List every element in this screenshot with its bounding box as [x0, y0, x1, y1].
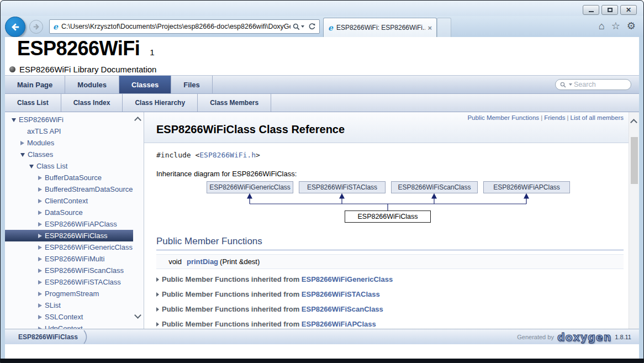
tree-arrow-icon[interactable] [20, 153, 25, 157]
sidebar-item-modules[interactable]: Modules [5, 137, 134, 149]
tree-arrow-icon[interactable] [38, 292, 42, 296]
include-line: #include <ESP8266WiFi.h> [156, 151, 614, 159]
sidebar-item-slist[interactable]: SList [5, 299, 134, 311]
inherited-class-link[interactable]: ESP8266WiFiSTAClass [302, 290, 380, 298]
sidebar-item-esp8266wifimulti[interactable]: ESP8266WiFiMulti [5, 253, 134, 265]
inherited-class-link[interactable]: ESP8266WiFiGenericClass [302, 275, 393, 283]
sidebar-item-axtls-api[interactable]: axTLS API [5, 125, 134, 137]
tree-arrow-icon[interactable] [38, 280, 42, 285]
navpath-item[interactable]: ESP8266WiFiClass [18, 333, 78, 341]
inheritance-parent-box[interactable]: ESP8266WiFiSTAClass [299, 181, 386, 193]
generated-by-label: Generated by [517, 334, 554, 340]
tab-title: ESP8266WiFi: ESP8266WiFi... [336, 24, 425, 31]
tab-classes[interactable]: Classes [119, 76, 171, 93]
favorites-star-icon[interactable]: ☆ [611, 21, 620, 31]
expand-arrow-icon [156, 307, 159, 312]
page-viewport: ESP8266WiFi 1 ESP8266WiFi Library Docume… [5, 37, 639, 359]
browser-tab[interactable]: e ESP8266WiFi: ESP8266WiFi... × [323, 18, 437, 37]
tree-arrow-icon[interactable] [38, 187, 42, 192]
scrollbar-thumb[interactable] [631, 137, 638, 184]
page-title: ESP8266WiFiClass Class Reference [156, 123, 345, 136]
tree-arrow-icon[interactable] [38, 211, 42, 215]
inherited-class-link[interactable]: ESP8266WiFiAPClass [302, 320, 376, 328]
sidebar-item-esp8266wifistaclass[interactable]: ESP8266WiFiSTAClass [5, 276, 134, 288]
content-body: #include <ESP8266WiFi.h> Inheritance dia… [144, 143, 639, 344]
tree-arrow-icon[interactable] [38, 257, 42, 261]
tree-arrow-icon[interactable] [12, 118, 16, 122]
content-vertical-scrollbar[interactable] [629, 112, 639, 344]
inheritance-parent-box[interactable]: ESP8266WiFiAPClass [483, 181, 570, 193]
tab-files[interactable]: Files [171, 76, 213, 93]
subtab-class-hierarchy[interactable]: Class Hierarchy [123, 94, 198, 112]
inherit-header-row[interactable]: Public Member Functions inherited from E… [156, 320, 614, 328]
tree-arrow-icon[interactable] [38, 199, 42, 203]
sidebar-item-clientcontext[interactable]: ClientContext [5, 195, 134, 207]
scroll-up-icon[interactable] [134, 117, 141, 124]
sidebar-item-class-list[interactable]: Class List [5, 160, 134, 172]
sidebar-item-datasource[interactable]: DataSource [5, 207, 134, 218]
inheritance-parent-box[interactable]: ESP8266WiFiScanClass [391, 181, 478, 193]
summary-link[interactable]: Friends [544, 114, 565, 121]
sidebar-item-sslcontext[interactable]: SSLContext [5, 311, 134, 323]
sidebar-item-bufferedstreamdatasource[interactable]: BufferedStreamDataSource [5, 183, 134, 195]
minimize-button[interactable] [583, 5, 599, 15]
tree-arrow-icon[interactable] [38, 176, 42, 180]
inherited-class-link[interactable]: ESP8266WiFiScanClass [302, 305, 383, 313]
project-number: 1 [150, 48, 154, 57]
subtab-class-index[interactable]: Class Index [61, 94, 123, 112]
subtab-class-list[interactable]: Class List [5, 94, 61, 112]
member-name-link[interactable]: printDiag [187, 257, 218, 266]
doxygen-logo[interactable]: doxygen [557, 331, 611, 343]
subtab-class-members[interactable]: Class Members [198, 94, 271, 112]
address-search-icon[interactable] [293, 23, 304, 30]
scroll-up-icon[interactable] [630, 119, 637, 126]
refresh-icon[interactable] [308, 23, 316, 30]
sidebar-item-esp8266wificlass[interactable]: ESP8266WiFiClass [5, 230, 134, 241]
search-dropdown-icon[interactable] [301, 25, 304, 28]
minimize-icon [589, 11, 594, 12]
address-url[interactable]: C:\Users\Krzysztof\Documents\Projects\es… [61, 23, 291, 30]
search-input[interactable]: Search [555, 79, 631, 90]
new-tab-stub[interactable] [437, 18, 451, 37]
inheritance-parent-box[interactable]: ESP8266WiFiGenericClass [207, 181, 293, 193]
tab-modules[interactable]: Modules [65, 76, 119, 93]
forward-button[interactable] [29, 20, 43, 34]
tree-arrow-icon[interactable] [38, 303, 42, 308]
sidebar-item-progmemstream[interactable]: ProgmemStream [5, 288, 134, 299]
tree-arrow-icon[interactable] [38, 315, 42, 319]
sidebar-item-esp8266wifi[interactable]: ESP8266WiFi [5, 114, 134, 125]
sidebar-item-esp8266wifiscanclass[interactable]: ESP8266WiFiScanClass [5, 265, 134, 276]
project-brief: ESP8266WiFi Library Documentation [19, 65, 156, 74]
member-row: void printDiag (Print &dest) [156, 254, 624, 269]
summary-link[interactable]: Public Member Functions [467, 114, 539, 121]
tree-arrow-icon[interactable] [20, 141, 24, 145]
tree-arrow-icon[interactable] [38, 245, 42, 250]
tab-close-icon[interactable]: × [427, 24, 432, 32]
sidebar-vertical-scrollbar[interactable] [133, 112, 144, 333]
tree-arrow-icon[interactable] [29, 165, 34, 169]
forward-arrow-icon [32, 23, 40, 31]
close-button[interactable]: ✕ [620, 5, 637, 15]
inherit-header-row[interactable]: Public Member Functions inherited from E… [156, 290, 614, 298]
tree-arrow-icon[interactable] [38, 269, 42, 273]
maximize-button[interactable] [601, 5, 618, 15]
include-file-link[interactable]: ESP8266WiFi.h [199, 151, 256, 159]
doc-content: Public Member Functions|Friends|List of … [144, 112, 639, 344]
back-button[interactable] [5, 17, 25, 37]
sidebar-item-classes[interactable]: Classes [5, 149, 134, 160]
summary-link[interactable]: List of all members [570, 114, 624, 121]
inherit-header-row[interactable]: Public Member Functions inherited from E… [156, 305, 614, 313]
search-filter-dropdown-icon[interactable] [569, 83, 572, 86]
scroll-down-icon[interactable] [134, 312, 141, 319]
settings-gear-icon[interactable]: ⚙ [627, 21, 636, 31]
tree-arrow-icon[interactable] [38, 234, 42, 238]
tab-main-page[interactable]: Main Page [5, 76, 65, 93]
sidebar-item-esp8266wifigenericclass[interactable]: ESP8266WiFiGenericClass [5, 241, 134, 253]
tree-arrow-icon[interactable] [38, 222, 42, 227]
home-icon[interactable]: ⌂ [599, 21, 605, 31]
maximize-icon [608, 8, 613, 12]
address-bar[interactable]: e C:\Users\Krzysztof\Documents\Projects\… [49, 19, 320, 34]
sidebar-item-esp8266wifiapclass[interactable]: ESP8266WiFiAPClass [5, 218, 134, 230]
inherit-header-row[interactable]: Public Member Functions inherited from E… [156, 275, 614, 283]
sidebar-item-bufferdatasource[interactable]: BufferDataSource [5, 172, 134, 183]
